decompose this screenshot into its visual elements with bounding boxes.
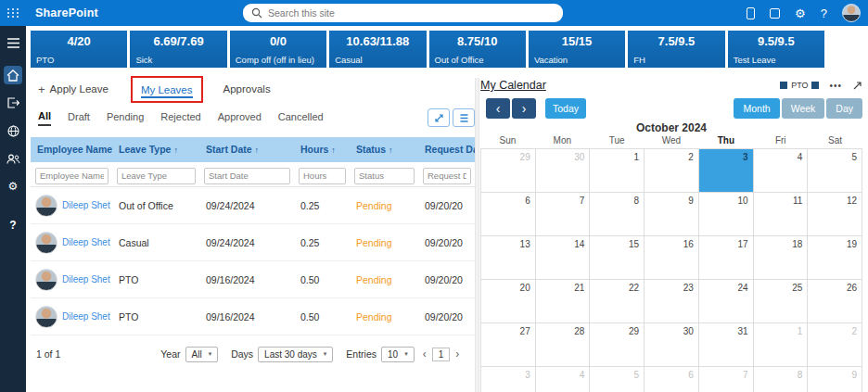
- calendar-day-cell[interactable]: 2: [645, 149, 699, 193]
- stat-tile[interactable]: 7.5/9.5FH: [628, 31, 724, 68]
- sign-out-icon[interactable]: [4, 94, 22, 112]
- calendar-day-cell[interactable]: 24: [699, 280, 754, 323]
- days-dropdown[interactable]: Last 30 days▾: [258, 347, 333, 362]
- tab-pending[interactable]: Pending: [107, 111, 144, 125]
- stat-tile[interactable]: 0/0Comp off (off in lieu): [230, 31, 326, 68]
- calendar-day-cell[interactable]: 25: [754, 280, 809, 323]
- apps-icon[interactable]: [770, 8, 780, 19]
- calendar-day-cell[interactable]: 5: [590, 367, 645, 392]
- tab-draft[interactable]: Draft: [68, 111, 90, 125]
- calendar-day-cell[interactable]: 17: [699, 236, 754, 280]
- entries-dropdown[interactable]: 10▾: [381, 347, 415, 362]
- employee-name-link[interactable]: Dileep Shet: [62, 200, 110, 210]
- calendar-expand-icon[interactable]: [852, 81, 862, 91]
- employee-name-link[interactable]: Dileep Shet: [62, 237, 110, 247]
- filter-status-input[interactable]: [354, 168, 415, 184]
- year-dropdown[interactable]: All▾: [185, 347, 219, 362]
- home-icon[interactable]: [4, 66, 22, 84]
- filter-request-date-input[interactable]: [423, 168, 471, 184]
- calendar-day-cell[interactable]: 30: [645, 323, 699, 367]
- people-icon[interactable]: [4, 149, 22, 168]
- calendar-day-cell[interactable]: 29: [481, 149, 536, 193]
- calendar-day-cell[interactable]: 1: [754, 323, 809, 367]
- next-page-icon[interactable]: ›: [455, 348, 459, 360]
- calendar-day-cell[interactable]: 7: [699, 367, 754, 392]
- rail-help-icon[interactable]: ?: [4, 216, 22, 234]
- calendar-day-cell[interactable]: 4: [536, 367, 591, 392]
- calendar-day-cell[interactable]: 21: [536, 280, 591, 323]
- calendar-prev-button[interactable]: ‹: [486, 98, 510, 119]
- calendar-day-cell[interactable]: 31: [699, 323, 754, 367]
- calendar-day-cell[interactable]: 29: [590, 323, 645, 367]
- calendar-day-cell[interactable]: 8: [590, 193, 645, 236]
- calendar-title-link[interactable]: My Calendar: [480, 79, 546, 92]
- tab-approved[interactable]: Approved: [218, 111, 262, 125]
- calendar-next-button[interactable]: ›: [512, 98, 536, 119]
- tab-rejected[interactable]: Rejected: [160, 111, 200, 125]
- calendar-day-cell[interactable]: 11: [754, 193, 809, 236]
- calendar-day-cell[interactable]: 6: [481, 193, 536, 236]
- header-request-date[interactable]: Request Date: [418, 137, 475, 162]
- calendar-day-cell[interactable]: 3: [481, 367, 536, 392]
- tab-cancelled[interactable]: Cancelled: [278, 111, 324, 125]
- panel-divider-scrollbar[interactable]: [475, 78, 479, 392]
- my-leaves-tab[interactable]: My Leaves: [131, 76, 203, 103]
- calendar-day-cell[interactable]: 12: [808, 193, 862, 236]
- calendar-day-cell[interactable]: 18: [754, 236, 809, 280]
- calendar-day-cell[interactable]: 4: [754, 149, 809, 193]
- calendar-day-cell[interactable]: 28: [536, 323, 591, 367]
- globe-icon[interactable]: [4, 121, 22, 140]
- calendar-day-cell[interactable]: 10: [699, 193, 754, 236]
- list-view-button[interactable]: [453, 108, 475, 127]
- calendar-day-cell[interactable]: 19: [808, 236, 862, 280]
- header-employee-name[interactable]: Employee Name↑: [31, 137, 112, 162]
- gear-icon[interactable]: ⚙: [795, 7, 806, 19]
- more-options-icon[interactable]: •••: [829, 81, 842, 91]
- approvals-tab[interactable]: Approvals: [223, 83, 271, 95]
- stat-tile[interactable]: 10.63/11.88Casual: [329, 31, 426, 68]
- filter-hours-input[interactable]: [299, 168, 346, 184]
- stat-tile[interactable]: 15/15Vacation: [529, 31, 625, 68]
- tab-all[interactable]: All: [38, 110, 51, 126]
- table-row[interactable]: Dileep ShetPTO09/16/20240.50Pending09/20…: [31, 261, 475, 298]
- help-icon[interactable]: ?: [821, 7, 827, 19]
- apply-leave-tab[interactable]: + Apply Leave: [38, 82, 108, 96]
- table-row[interactable]: Dileep ShetOut of Office09/24/20240.25Pe…: [31, 187, 475, 224]
- employee-name-link[interactable]: Dileep Shet: [62, 311, 110, 322]
- header-hours[interactable]: Hours↑: [294, 137, 350, 162]
- filter-start-date-input[interactable]: [204, 168, 290, 184]
- month-view-button[interactable]: Month: [734, 98, 779, 119]
- calendar-day-cell[interactable]: 13: [481, 236, 536, 280]
- hamburger-menu-icon[interactable]: [4, 33, 22, 52]
- day-view-button[interactable]: Day: [826, 98, 862, 119]
- calendar-day-cell[interactable]: 27: [481, 323, 536, 367]
- calendar-day-cell[interactable]: 20: [481, 280, 536, 323]
- filter-leave-type-input[interactable]: [117, 168, 196, 184]
- user-avatar[interactable]: [842, 4, 861, 22]
- table-row[interactable]: Dileep ShetCasual09/24/20240.25Pending09…: [31, 224, 475, 261]
- device-icon[interactable]: [747, 7, 755, 19]
- calendar-day-cell[interactable]: 2: [808, 323, 862, 367]
- calendar-day-cell[interactable]: 3: [699, 149, 754, 193]
- calendar-day-cell[interactable]: 1: [590, 149, 645, 193]
- app-title[interactable]: SharePoint: [35, 6, 98, 19]
- stat-tile[interactable]: 6.69/7.69Sick: [130, 31, 226, 68]
- calendar-day-cell[interactable]: 15: [590, 236, 645, 280]
- header-leave-type[interactable]: Leave Type↑: [112, 137, 199, 162]
- employee-name-link[interactable]: Dileep Shet: [62, 274, 110, 285]
- expand-table-button[interactable]: [428, 108, 450, 127]
- calendar-day-cell[interactable]: 16: [645, 236, 699, 280]
- calendar-day-cell[interactable]: 7: [536, 193, 591, 236]
- calendar-day-cell[interactable]: 23: [645, 280, 699, 323]
- header-status[interactable]: Status↑: [350, 137, 418, 162]
- calendar-day-cell[interactable]: 6: [645, 367, 699, 392]
- calendar-day-cell[interactable]: 22: [590, 280, 645, 323]
- today-button[interactable]: Today: [545, 98, 586, 119]
- calendar-day-cell[interactable]: 5: [808, 149, 862, 193]
- calendar-day-cell[interactable]: 14: [536, 236, 591, 280]
- week-view-button[interactable]: Week: [782, 98, 825, 119]
- app-launcher-icon[interactable]: [0, 0, 26, 26]
- calendar-day-cell[interactable]: 8: [754, 367, 809, 392]
- calendar-day-cell[interactable]: 9: [645, 193, 699, 236]
- calendar-day-cell[interactable]: 30: [536, 149, 591, 193]
